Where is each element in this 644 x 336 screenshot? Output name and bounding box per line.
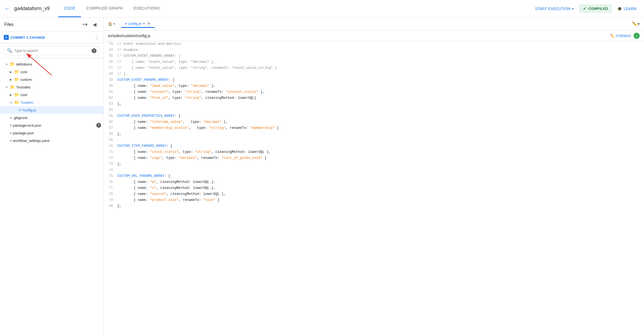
token-punct: }, [222, 120, 228, 124]
editor-tab-config[interactable]: ≡ config.js ▾ ✕ [121, 20, 154, 28]
token-string: "string" [209, 126, 226, 130]
token-string: "cogs" [150, 156, 162, 160]
token-punct: , type: [168, 96, 185, 100]
tree-item-custom[interactable]: ▶ 📁 custom [0, 76, 103, 83]
tree-item-package-json[interactable]: ▶ ≡ package.json [0, 129, 103, 137]
start-execution-label: START EXECUTION [535, 7, 570, 11]
tree-label: *config.js [22, 108, 101, 112]
tree-item-package-lock[interactable]: ▶ ≡ package-lock.json ? [0, 121, 103, 129]
code-line: 71 { name: "stock_status", type: "string… [104, 149, 644, 155]
line-content: ], [117, 161, 644, 167]
file-icon: ≡ [19, 108, 21, 112]
tree-label: *custom [20, 100, 101, 105]
save-status-icon: ✓ [634, 33, 640, 39]
token-punct: , type: [162, 156, 179, 160]
tree-item-includes-core[interactable]: ▶ 📁 core [0, 91, 103, 99]
chevron-down-icon: ▾ [9, 100, 13, 105]
tree-item-custom-folder[interactable]: ▾ 📁 *custom [0, 99, 103, 106]
learn-button[interactable]: 🎓 LEARN [614, 4, 640, 13]
token-punct: } [263, 156, 267, 160]
code-line: 65CUSTOM_USER_PROPERTIES_ARRAY: [ [104, 113, 644, 119]
tree-item-gitignore[interactable]: ▶ ≡ .gitignore [0, 114, 103, 121]
token-string: "lifetime_value" [150, 120, 183, 124]
code-line: 56// { name: "event_value", type: "decim… [104, 59, 644, 65]
line-number: 63 [104, 101, 117, 107]
code-line: 79 { name: "product-size", renameTo: "si… [104, 197, 644, 203]
line-number: 60 [104, 83, 117, 89]
token-string: "membership" [250, 126, 275, 130]
tree-item-core[interactable]: ▶ 📁 core [0, 68, 103, 76]
line-content: { name: "consent", type: "string", renam… [117, 89, 644, 95]
line-number: 69 [104, 137, 117, 143]
collapse-sidebar-button[interactable]: ◀ [90, 20, 99, 29]
annotation-container: + COMMIT 1 CHANGE ⋮ [0, 32, 103, 43]
tree-item-definitions[interactable]: ▾ 📁 definitions [0, 60, 103, 68]
code-line: 53// event dimensions and metrics [104, 41, 644, 47]
tree-item-workflow-settings[interactable]: ▶ ≡ workflow_settings.yaml [0, 137, 103, 144]
line-content: ], [117, 203, 644, 209]
token-punct: { name: [117, 126, 150, 130]
line-number: 53 [104, 41, 117, 47]
sidebar: Files +▾ ◀ + COMMIT 1 CHANGE ⋮ [0, 17, 104, 336]
token-punct: , type: [183, 120, 203, 124]
tree-item-config-js[interactable]: ▶ ≡ *config.js [0, 106, 103, 114]
token-string: "s" [150, 186, 156, 190]
sidebar-actions: +▾ ◀ [80, 20, 99, 29]
format-button[interactable]: ✏️ FORMAT [610, 34, 631, 38]
token-string: "stock_status" [150, 150, 179, 154]
tab-close-button[interactable]: ✕ [146, 21, 151, 26]
line-content: { name: "stock_status", type: "string", … [117, 149, 644, 155]
help-icon[interactable]: ? [92, 48, 97, 53]
folder-icon: 📁 [14, 92, 19, 97]
line-number: 67 [104, 125, 117, 131]
commit-plus-icon: + [4, 35, 9, 40]
compiled-badge: ✓ COMPILED [579, 4, 612, 13]
add-file-button[interactable]: +▾ [80, 20, 89, 29]
tree-label: definitions [16, 62, 101, 66]
home-tab[interactable]: 🏠 ▾ [106, 21, 117, 27]
search-input[interactable] [14, 49, 89, 53]
line-number: 68 [104, 131, 117, 137]
token-punct: : [ [174, 114, 181, 118]
chevron-right-icon: ▶ [9, 77, 13, 82]
editor-tabs-bar: 🏠 ▾ | ≡ config.js ▾ ✕ ✏️▾ [104, 17, 644, 31]
code-line: 55// CUSTOM_EVENT_PARAMS_ARRAY: [ [104, 53, 644, 59]
tab-label: config.js [128, 22, 142, 26]
line-number: 76 [104, 179, 117, 185]
back-button[interactable]: ← [4, 5, 10, 12]
code-line: 74 [104, 167, 644, 173]
token-string: "consent" [150, 90, 168, 94]
nav-tabs: CODE COMPILED GRAPH EXECUTIONS [58, 0, 165, 17]
code-editor[interactable]: 53// event dimensions and metrics54// ex… [104, 41, 644, 336]
tree-label: custom [20, 78, 101, 82]
more-options-button[interactable]: ⋮ [95, 34, 100, 40]
start-execution-button[interactable]: START EXECUTION ▾ [532, 4, 577, 13]
line-number: 80 [104, 203, 117, 209]
tab-executions[interactable]: EXECUTIONS [128, 0, 165, 17]
line-number: 57 [104, 65, 117, 71]
token-punct: : [ [168, 78, 175, 82]
token-punct: { name: [117, 192, 150, 196]
panel-left-icon: ◀ [93, 22, 97, 28]
code-line: 80], [104, 203, 644, 209]
line-number: 70 [104, 143, 117, 149]
tree-item-includes[interactable]: ▾ 📁 *includes [0, 83, 103, 91]
token-punct: , type: [174, 84, 191, 88]
commit-button[interactable]: + COMMIT 1 CHANGE [4, 35, 45, 40]
file-path: includes/custom/config.js [108, 34, 608, 38]
editor-settings-button[interactable]: ✏️▾ [630, 20, 642, 28]
tab-code[interactable]: CODE [58, 0, 81, 17]
search-input-wrap: 🔍 ? [4, 46, 100, 55]
chevron-down-icon: ▾ [4, 62, 9, 66]
line-number: 71 [104, 149, 117, 155]
tab-compiled-graph[interactable]: COMPILED GRAPH [81, 0, 128, 17]
token-comment: // ], [117, 72, 128, 76]
token-punct: { name: [117, 186, 150, 190]
token-punct: : [ [164, 174, 171, 178]
code-line: 54// example: [104, 47, 644, 53]
code-line: 61 { name: "consent", type: "string", re… [104, 89, 644, 95]
folder-icon: 📁 [14, 100, 19, 105]
chevron-down-icon: ▾ [572, 7, 574, 11]
token-punct: ], [117, 162, 121, 166]
editor-area: 🏠 ▾ | ≡ config.js ▾ ✕ ✏️▾ includes/custo… [104, 17, 644, 336]
